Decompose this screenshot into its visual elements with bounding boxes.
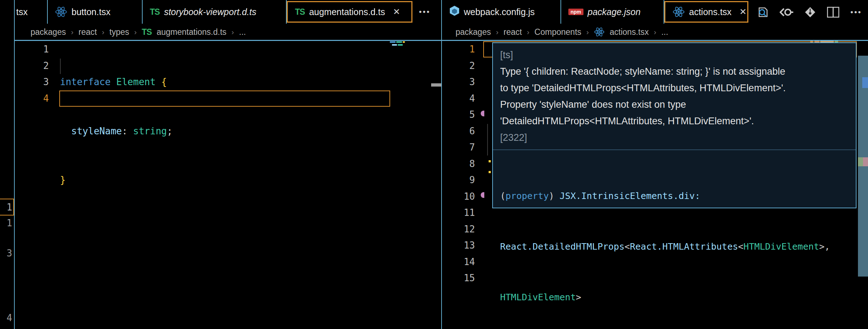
left-code[interactable]: interface Element { styleName: string; } xyxy=(60,41,172,221)
line-number: 5 xyxy=(453,107,475,123)
left-gutter: 1234 xyxy=(32,41,49,107)
chevron-right-icon: › xyxy=(586,28,589,36)
line-number: 4 xyxy=(453,91,475,107)
hover-tooltip: [ts] Type '{ children: ReactNode; styleN… xyxy=(492,42,857,208)
breadcrumb-item[interactable]: Components xyxy=(535,27,581,37)
breadcrumb-item[interactable]: packages xyxy=(31,27,66,37)
tab-label: actions.tsx xyxy=(689,7,731,17)
breadcrumb-item[interactable]: packages xyxy=(456,27,491,37)
tab-label: package.json xyxy=(588,7,641,17)
tab-overflow-more[interactable]: ••• xyxy=(419,0,440,24)
tab-label: webpack.config.js xyxy=(464,7,535,17)
close-icon[interactable]: ✕ xyxy=(739,7,747,17)
line-number: 2 xyxy=(453,58,475,74)
breadcrumb-item[interactable]: react xyxy=(78,27,97,37)
react-icon xyxy=(55,6,67,17)
tooltip-message-line: to type 'DetailedHTMLProps<HTMLAttribute… xyxy=(500,80,849,96)
chevron-right-icon: › xyxy=(102,28,105,36)
tab-package-json[interactable]: npm package.json xyxy=(561,0,663,24)
minimap-selection-marker xyxy=(862,77,868,88)
right-gutter: 123456789101112131415 xyxy=(453,41,475,287)
breadcrumb-item[interactable]: react xyxy=(503,27,522,37)
left-breadcrumbs: packages › react › types › TS augmentati… xyxy=(31,24,246,40)
minimap-error-marker xyxy=(858,157,863,166)
signature-line: HTMLDivElement> xyxy=(500,289,849,306)
line-number: 1 xyxy=(32,41,49,58)
chevron-right-icon: › xyxy=(654,28,656,36)
tooltip-message-line: 'DetailedHTMLProps<HTMLAttributes, HTMLD… xyxy=(500,113,849,129)
line-number: 10 xyxy=(453,189,475,205)
cutoff-line-number: 4 xyxy=(6,312,12,323)
tab-label: storybook-viewport.d.ts xyxy=(164,7,256,17)
tooltip-error-message: [ts] Type '{ children: ReactNode; styleN… xyxy=(493,43,856,148)
right-tabbar: webpack.config.js npm package.json actio… xyxy=(442,0,868,24)
chevron-right-icon: › xyxy=(71,28,73,36)
tooltip-error-code: [2322] xyxy=(500,129,849,146)
git-icon[interactable] xyxy=(803,5,817,19)
npm-icon: npm xyxy=(568,9,583,15)
chevron-right-icon: › xyxy=(134,28,137,36)
tooltip-signature: (property) JSX.IntrinsicElements.div: Re… xyxy=(493,150,856,329)
breadcrumb-more[interactable]: ... xyxy=(661,27,668,37)
open-changes-icon[interactable] xyxy=(779,5,794,19)
close-icon[interactable]: ✕ xyxy=(393,7,400,17)
chevron-right-icon: › xyxy=(496,28,498,36)
line-number: 14 xyxy=(453,254,475,270)
more-actions-icon[interactable]: ••• xyxy=(849,5,863,19)
search-editor-icon[interactable] xyxy=(756,5,770,19)
chevron-right-icon: › xyxy=(231,28,234,36)
line-number: 13 xyxy=(453,237,475,254)
tooltip-message-line: Type '{ children: ReactNode; styleName: … xyxy=(500,63,849,80)
line-number: 12 xyxy=(453,221,475,238)
typescript-icon: TS xyxy=(150,7,160,17)
cutoff-line-number: 1 xyxy=(6,202,12,213)
breadcrumb-item[interactable]: augmentations.d.ts xyxy=(157,27,226,37)
line-number: 1 xyxy=(453,41,475,58)
split-editor-icon[interactable] xyxy=(826,5,840,19)
editor-group-border[interactable] xyxy=(441,0,442,329)
typescript-icon: TS xyxy=(295,7,305,17)
left-tabbar: tsx button.tsx TS storybook-viewport.d.t… xyxy=(15,0,441,24)
line-number: 3 xyxy=(32,74,49,91)
line-number: 15 xyxy=(453,270,475,287)
react-icon xyxy=(673,6,685,17)
line-number: 6 xyxy=(453,123,475,140)
chevron-right-icon: › xyxy=(527,28,530,36)
breadcrumb-item[interactable]: types xyxy=(110,27,129,37)
tab-label: button.tsx xyxy=(71,7,110,17)
tab-label: tsx xyxy=(16,7,28,17)
line-number: 7 xyxy=(453,139,475,156)
webpack-icon xyxy=(449,5,460,18)
tab-actions-active[interactable]: actions.tsx ✕ xyxy=(664,1,748,23)
editor-group-border[interactable] xyxy=(14,0,15,329)
line-number: 8 xyxy=(453,156,475,172)
right-breadcrumbs: packages › react › Components › actions.… xyxy=(456,24,668,40)
breadcrumb-item[interactable]: actions.tsx xyxy=(610,27,649,37)
tab-augmentations-active[interactable]: TS augmentations.d.ts ✕ xyxy=(287,1,412,23)
tab-tsx-cut[interactable]: tsx xyxy=(15,0,47,24)
code-line: } xyxy=(60,172,172,189)
line-number: 2 xyxy=(32,58,49,74)
cutoff-line-number: 3 xyxy=(6,248,12,259)
line-number: 11 xyxy=(453,205,475,221)
signature-line: (property) JSX.IntrinsicElements.div: xyxy=(500,187,849,204)
signature-line: React.DetailedHTMLProps<React.HTMLAttrib… xyxy=(500,238,849,255)
line-number: 3 xyxy=(453,74,475,91)
tab-button-tsx[interactable]: button.tsx xyxy=(48,0,142,24)
minimap-error-marker xyxy=(863,157,868,166)
tooltip-source: [ts] xyxy=(500,47,849,63)
vscode-window: 1 1 3 4 tsx button.tsx TS storybook-view… xyxy=(0,0,868,329)
tab-webpack-config[interactable]: webpack.config.js xyxy=(442,0,560,24)
react-icon xyxy=(594,27,605,37)
code-line: interface Element { xyxy=(60,74,172,91)
cutoff-line-number: 1 xyxy=(6,218,12,228)
tab-storybook-viewport[interactable]: TS storybook-viewport.d.ts xyxy=(143,0,286,24)
breadcrumb-more[interactable]: ... xyxy=(239,27,246,37)
tooltip-message-line: Property 'styleName' does not exist on t… xyxy=(500,96,849,113)
cutoff-editor-group: 1 1 3 4 xyxy=(0,0,14,329)
more-tabs-icon: ••• xyxy=(419,7,430,17)
line-number: 9 xyxy=(453,172,475,189)
scrollbar-decoration[interactable] xyxy=(431,83,442,87)
line-number: 4 xyxy=(32,91,49,107)
typescript-icon: TS xyxy=(142,27,152,37)
